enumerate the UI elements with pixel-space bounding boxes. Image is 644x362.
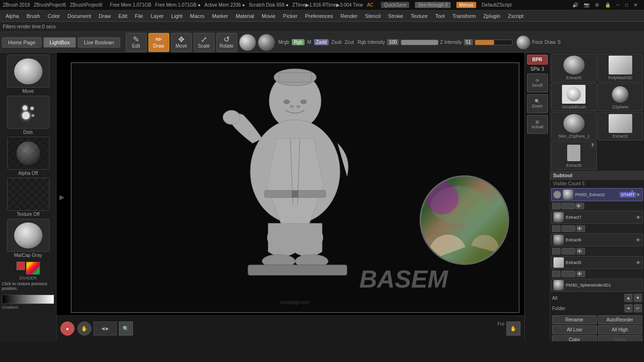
all-low-btn[interactable]: All Low: [552, 325, 597, 334]
brush-sphere-2[interactable]: [258, 34, 275, 51]
matcap-gray[interactable]: MatCap Gray: [2, 219, 54, 258]
menu-document[interactable]: Document: [64, 12, 95, 20]
subtool-ctrl-eye-3[interactable]: 👁: [577, 248, 585, 255]
scroll-up-btn[interactable]: ▲: [624, 294, 633, 302]
subtool-ctrl-lock-2[interactable]: [552, 225, 561, 232]
folder-enter-btn[interactable]: ➜: [624, 304, 633, 313]
focal-sphere[interactable]: [516, 35, 530, 49]
eye-icon-2[interactable]: 👁: [636, 215, 641, 220]
menu-layer[interactable]: Layer: [147, 12, 168, 20]
scroll-tool[interactable]: ⟳ Scroll: [527, 74, 548, 92]
tool-extract5-2[interactable]: 7 Extract5: [551, 141, 597, 170]
tab-live-boolean[interactable]: Live Boolean: [78, 37, 120, 48]
menu-marker[interactable]: Marker: [208, 12, 232, 20]
tool-skin-zsphere[interactable]: Skin_ZSphere_1: [551, 112, 597, 140]
menu-alpha[interactable]: Alpha: [2, 12, 23, 20]
eye-icon-4[interactable]: 👁: [636, 260, 641, 265]
menu-brush[interactable]: Brush: [23, 12, 44, 20]
tool-extract5-1[interactable]: Extract5: [551, 54, 597, 82]
quicksave-btn[interactable]: QuickSave: [381, 2, 409, 8]
color-gradient[interactable]: [26, 262, 40, 275]
move-btn[interactable]: ✥ Move: [171, 33, 192, 52]
menu-zscript[interactable]: Zscript: [504, 12, 527, 20]
tool-simplebrush[interactable]: SimpleBrush: [551, 83, 597, 111]
auto-reorder-btn[interactable]: AutoReorder: [598, 315, 643, 324]
menu-render[interactable]: Render: [337, 12, 361, 20]
menu-preferences[interactable]: Preferences: [301, 12, 337, 20]
zadd-value[interactable]: Zadd: [314, 39, 329, 45]
menu-material[interactable]: Material: [232, 12, 258, 20]
menu-draw[interactable]: Draw: [95, 12, 115, 20]
menu-tool[interactable]: Tool: [431, 12, 448, 20]
bpr-btn[interactable]: BPR: [527, 55, 548, 65]
menu-zplugin[interactable]: Zplugin: [479, 12, 504, 20]
tab-home-page[interactable]: Home Page: [2, 37, 41, 48]
subtool-pm3d-sphere[interactable]: PM3D_SphereInder3D1: [551, 279, 643, 292]
menu-edit[interactable]: Edit: [115, 12, 131, 20]
menu-picker[interactable]: Picker: [279, 12, 301, 20]
rgb-intensity-slider[interactable]: [401, 40, 438, 45]
subtool-extract7[interactable]: Extract7 👁: [551, 211, 643, 224]
tool-zsphere[interactable]: ZSphere: [598, 83, 644, 111]
subtool-ctrl-eye-2[interactable]: 👁: [577, 225, 585, 232]
brush-sphere-1[interactable]: [239, 34, 256, 51]
paste-btn[interactable]: Paste: [598, 335, 643, 341]
edit-btn[interactable]: ✎ Edit: [126, 33, 147, 52]
draw-btn[interactable]: ✏ Draw: [149, 33, 169, 52]
foreground-color[interactable]: [17, 262, 25, 270]
canvas-nav-btn[interactable]: ◀ ▶: [93, 321, 117, 336]
subtool-ctrl-toggle-3[interactable]: [561, 248, 576, 255]
copy-btn[interactable]: Copy: [552, 335, 597, 341]
zoom-tool[interactable]: 🔍 Zoom: [527, 94, 548, 113]
z-intensity-slider[interactable]: [475, 40, 512, 45]
brush-dots[interactable]: Dots: [2, 96, 54, 135]
subtool-extract6[interactable]: Extract6 👁: [551, 233, 643, 247]
brush-move[interactable]: Move: [2, 55, 54, 94]
eye-icon-3[interactable]: 👁: [636, 238, 641, 243]
tab-lightbox[interactable]: LightBox: [43, 37, 76, 48]
menu-texture[interactable]: Texture: [407, 12, 431, 20]
rgb-value[interactable]: Rgb: [292, 39, 304, 45]
subtool-ctrl-lock[interactable]: [552, 203, 561, 209]
hand-tool-2[interactable]: ✋: [506, 321, 520, 336]
menu-color[interactable]: Color: [44, 12, 64, 20]
folder-back-btn[interactable]: ↩: [634, 304, 642, 313]
hand-tool[interactable]: ✋: [77, 321, 91, 336]
rename-btn[interactable]: Rename: [552, 315, 597, 324]
menu-transform[interactable]: Transform: [448, 12, 479, 20]
canvas-left-arrow[interactable]: ▶: [59, 193, 65, 201]
all-high-btn[interactable]: All High: [598, 325, 643, 334]
menu-stroke[interactable]: Stroke: [384, 12, 407, 20]
scale-btn[interactable]: ⤢ Scale: [194, 33, 215, 52]
subtool-ctrl-eye-4[interactable]: 👁: [577, 271, 585, 277]
canvas-area[interactable]: BASEM mostaql.com ● ✋ ◀ ▶ 🔍 Fre ✋ ▶: [57, 53, 524, 341]
subtool-extract5[interactable]: Extract5 👁: [551, 256, 643, 269]
actual-tool[interactable]: ⊞ Actual: [527, 115, 548, 134]
gradient-bar[interactable]: [2, 295, 54, 304]
alpha-off[interactable]: Alpha Off: [2, 137, 54, 176]
rotate-btn[interactable]: ↺ Rotate: [216, 33, 237, 52]
tool-polymesh[interactable]: PolyMesh3D: [598, 54, 644, 82]
menus-btn[interactable]: Menus: [456, 2, 476, 8]
see-through-btn[interactable]: See-through 0: [415, 2, 450, 8]
menu-movie[interactable]: Movie: [258, 12, 279, 20]
rgb-intensity-value[interactable]: 100: [387, 39, 399, 45]
subtool-ctrl-lock-3[interactable]: [552, 248, 561, 255]
z-intensity-value[interactable]: 51: [464, 39, 473, 45]
menu-light[interactable]: Light: [167, 12, 186, 20]
eye-icon-1[interactable]: 👁: [636, 192, 641, 197]
scroll-down-btn[interactable]: ▼: [634, 294, 642, 302]
subtool-ctrl-toggle-2[interactable]: [561, 225, 576, 232]
menu-file[interactable]: File: [131, 12, 147, 20]
subtool-ctrl-toggle-4[interactable]: [561, 271, 576, 277]
red-circle-btn[interactable]: ●: [60, 321, 74, 336]
subtool-ctrl-toggle[interactable]: [561, 203, 575, 209]
subtool-ctrl-eye[interactable]: 👁: [576, 203, 584, 209]
menu-macro[interactable]: Macro: [186, 12, 208, 20]
subtool-pm3d-extract2[interactable]: PM3D_Extract2 START 👁 7: [551, 188, 643, 201]
zoom-tool-2[interactable]: 🔍: [119, 321, 133, 336]
subtool-ctrl-lock-4[interactable]: [552, 271, 561, 277]
texture-off[interactable]: Texture Off: [2, 178, 54, 217]
menu-stencil[interactable]: Stencil: [361, 12, 384, 20]
tool-extract2[interactable]: Extract2: [598, 112, 644, 140]
